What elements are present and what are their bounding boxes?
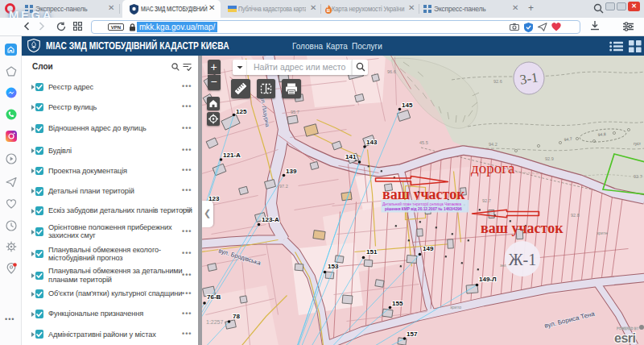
svg-text:149: 149 — [423, 245, 434, 252]
svg-text:94.8: 94.8 — [597, 131, 606, 136]
svg-text:92.7: 92.7 — [634, 174, 642, 179]
svg-text:123-А: 123-А — [262, 216, 279, 223]
svg-text:92.8: 92.8 — [571, 213, 580, 218]
svg-text:157: 157 — [407, 330, 418, 338]
svg-text:рішення КМР від 20.12.2007 № 1: рішення КМР від 20.12.2007 № 1463/4296 — [385, 207, 462, 211]
svg-text:3-1: 3-1 — [518, 69, 539, 87]
svg-text:1:2257: 1:2257 — [206, 319, 224, 325]
svg-text:143: 143 — [366, 139, 378, 146]
svg-text:зрито: зрито — [450, 305, 461, 310]
svg-text:153: 153 — [328, 263, 339, 270]
svg-text:ваш участок: ваш участок — [481, 220, 564, 236]
svg-text:94.7: 94.7 — [564, 135, 572, 141]
svg-text:95.7: 95.7 — [291, 110, 299, 114]
svg-text:Детальний план території селищ: Детальний план території селища Чапаєвка — [382, 201, 461, 206]
svg-text:141: 141 — [345, 153, 357, 160]
svg-text:139: 139 — [286, 168, 297, 175]
svg-text:78: 78 — [233, 313, 240, 320]
svg-text:155: 155 — [392, 300, 403, 307]
svg-text:Ж-1: Ж-1 — [508, 251, 536, 268]
svg-text:125: 125 — [236, 108, 247, 115]
svg-text:дорога: дорога — [471, 160, 515, 177]
svg-text:96.6: 96.6 — [387, 69, 396, 74]
svg-text:92.6: 92.6 — [493, 79, 502, 84]
svg-text:густ: густ — [634, 141, 642, 146]
svg-text:92.7: 92.7 — [482, 198, 491, 203]
svg-text:121-А: 121-А — [223, 152, 241, 159]
svg-text:151: 151 — [366, 248, 378, 256]
svg-text:97.2: 97.2 — [279, 184, 288, 189]
svg-text:45.5: 45.5 — [419, 140, 428, 145]
svg-text:94.2: 94.2 — [489, 142, 497, 147]
svg-text:145: 145 — [402, 102, 413, 109]
svg-text:76-В: 76-В — [207, 293, 221, 301]
svg-text:зрите: зрите — [597, 231, 608, 235]
svg-text:92.9: 92.9 — [545, 156, 554, 161]
svg-text:149-Л: 149-Л — [479, 276, 497, 283]
svg-text:B: B — [327, 8, 331, 13]
svg-text:POWERED BY: POWERED BY — [617, 326, 639, 330]
svg-text:esri: esri — [614, 331, 636, 345]
